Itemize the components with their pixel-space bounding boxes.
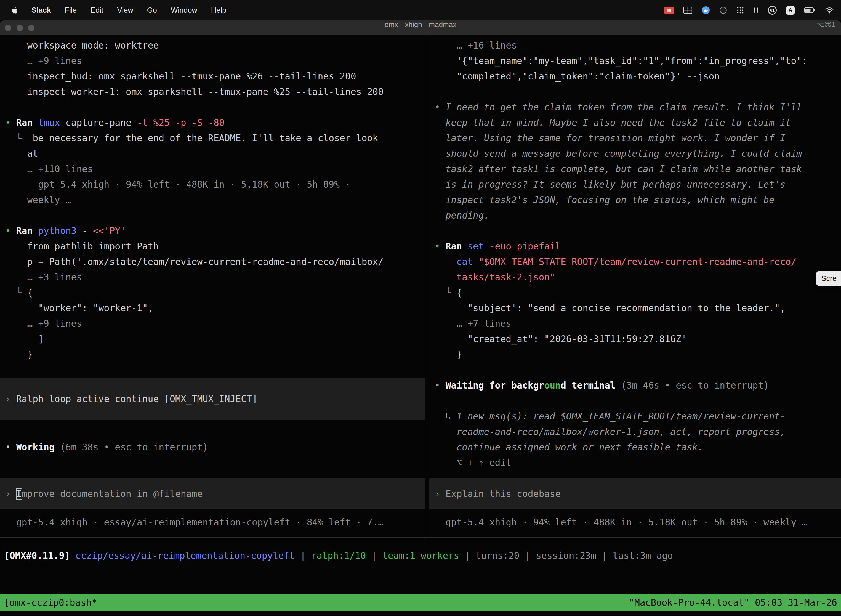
window-shortcut-hint: ⌥⌘1 [816,21,835,35]
circle-app-icon[interactable] [719,6,727,14]
model-status-footer: gpt-5.4 xhigh · 94% left · 488K in · 5.1… [429,515,841,530]
menu-help[interactable]: Help [211,6,227,15]
ralph-loop-injection-banner: › Ralph loop active continue [OMX_TMUX_I… [0,378,425,420]
dots-grid-icon[interactable] [736,6,744,14]
composer-input-left[interactable]: › Improve documentation in @filename [0,478,425,509]
blank-line [429,362,841,378]
mailbox-message-line: continue assigned work or next feasible … [429,440,841,455]
terminal-line: inspect_worker-1: omx sparkshell --tmux-… [0,84,425,100]
working-status-line: • Working (6m 38s • esc to interrupt) [0,440,425,455]
menu-window[interactable]: Window [171,6,197,15]
reasoning-line: pending. [429,208,841,223]
screen-recording-icon[interactable] [664,7,674,14]
terminal-window: workspace_mode: worktree … +9 lines insp… [0,35,841,616]
composer-input-right[interactable]: › Explain this codebase [429,478,841,509]
terminal-line: '{"team_name":"my-team","task_id":"1","f… [429,53,841,69]
command-output-line: p = Path('.omx/state/team/review-current… [0,254,425,270]
command-output-line: } [0,347,425,362]
terminal-titlebar: omx --xhigh --madmax ⌥⌘1 [0,21,841,35]
collapsed-lines-indicator: … +16 lines [429,38,841,53]
command-output-line: ] [0,331,425,347]
spacer [429,509,841,515]
command-output-line: └ be necessary for the end of the README… [0,131,425,146]
command-output-line: at [0,146,425,161]
menu-file[interactable]: File [65,6,77,15]
command-output-line: } [429,347,841,362]
blank-line [0,208,425,223]
input-source-icon[interactable]: A [786,6,795,15]
command-line: cat "$OMX_TEAM_STATE_ROOT/team/review-cu… [429,254,841,270]
menu-bar-left: Slack File Edit View Go Window Help [11,6,226,15]
input-source-label: A [788,7,793,13]
command-output-line: └ { [0,285,425,301]
session-stats: | turns:20 | session:23m | last:3m ago [459,550,673,561]
menu-view[interactable]: View [117,6,133,15]
menu-bar: Slack File Edit View Go Window Help [0,0,841,21]
spacer [0,420,425,440]
spacer [0,455,425,478]
terminal-line: inspect_hud: omx sparkshell --tmux-pane … [0,69,425,84]
spacer [429,471,841,478]
window-grid-icon[interactable] [683,7,692,14]
command-output-line: weekly … [0,192,425,208]
command-output-line: "subject": "send a concise recommendatio… [429,301,841,316]
blank-line [429,223,841,239]
omx-status-line: [OMX#0.11.9] cczip/essay/ai-reimplementa… [0,548,841,563]
command-output-line: "worker": "worker-1", [0,301,425,316]
model-status-footer: gpt-5.4 xhigh · essay/ai-reimplementatio… [0,515,425,530]
tmux-session-label: [omx-cczip0:bash* [4,597,97,608]
reasoning-line: is in progress? It seems likely but perh… [429,177,841,192]
battery-percent-label: 61 [770,8,775,12]
waiting-status-line: • Waiting for background terminal (3m 46… [429,378,841,393]
command-output-line: └ { [429,285,841,301]
macos-screen: Slack File Edit View Go Window Help [0,0,841,616]
blank-line [0,100,425,115]
reasoning-line: inspect task2's JSON, focusing on the st… [429,192,841,208]
reasoning-line: • I need to get the claim token from the… [429,100,841,115]
status-divider [0,537,841,538]
pane-divider[interactable] [425,35,425,537]
reasoning-line: should send a message before completing … [429,146,841,161]
blank-line [429,84,841,100]
collapsed-lines-indicator: … +110 lines [0,161,425,177]
session-path: cczip/essay/ai-reimplementation-copyleft [75,550,294,561]
left-terminal-pane: workspace_mode: worktree … +9 lines insp… [0,35,425,537]
team-workers-counter: team:1 workers [382,550,459,561]
tmux-host-clock: "MacBook-Pro-44.local" 05:03 31-Mar-26 [629,597,837,608]
bars-icon[interactable] [753,6,759,14]
command-line: tasks/task-2.json" [429,270,841,285]
collapsed-lines-indicator: … +9 lines [0,316,425,331]
edit-hint: ⌥ + ↑ edit [429,455,841,471]
mailbox-message-line: ↳ 1 new msg(s): read $OMX_TEAM_STATE_ROO… [429,409,841,424]
command-output-line: from pathlib import Path [0,239,425,254]
bird-app-icon[interactable] [702,6,710,14]
terminal-line: "completed","claim_token":"claim-token"}… [429,69,841,84]
collapsed-lines-indicator: … +9 lines [0,53,425,69]
battery-percent-ring[interactable]: 61 [768,6,777,15]
menu-app-name[interactable]: Slack [31,6,51,15]
command-output-line: "created_at": "2026-03-31T11:59:27.816Z" [429,331,841,347]
ran-command-line: • Ran set -euo pipefail [429,239,841,254]
text-cursor: I [16,488,22,499]
ran-command-line: • Ran tmux capture-pane -t %25 -p -S -80 [0,115,425,131]
reasoning-line: keep that in mind. Maybe I also need the… [429,115,841,131]
screen-overlay-tooltip: Scre [816,271,841,286]
blank-line [429,393,841,409]
apple-menu-icon[interactable] [11,6,18,14]
right-terminal-pane: … +16 lines '{"team_name":"my-team","tas… [429,35,841,537]
ran-command-line: • Ran python3 - <<'PY' [0,223,425,239]
omx-version-badge: [OMX#0.11.9] [4,550,70,561]
menu-edit[interactable]: Edit [91,6,104,15]
collapsed-lines-indicator: … +3 lines [0,270,425,285]
tmux-status-bar: [omx-cczip0:bash* "MacBook-Pro-44.local"… [0,594,841,611]
menu-bar-status-icons: 61 A [664,6,834,15]
ralph-counter: ralph:1/10 [311,550,366,561]
wifi-icon[interactable] [825,7,834,14]
mailbox-message-line: readme-and-reco/mailbox/worker-1.json, a… [429,424,841,440]
blank-line [0,362,425,378]
collapsed-lines-indicator: … +7 lines [429,316,841,331]
reasoning-line: later. Using the same for transition mig… [429,131,841,146]
menu-go[interactable]: Go [147,6,157,15]
terminal-line: workspace_mode: worktree [0,38,425,53]
battery-icon[interactable] [804,7,816,13]
